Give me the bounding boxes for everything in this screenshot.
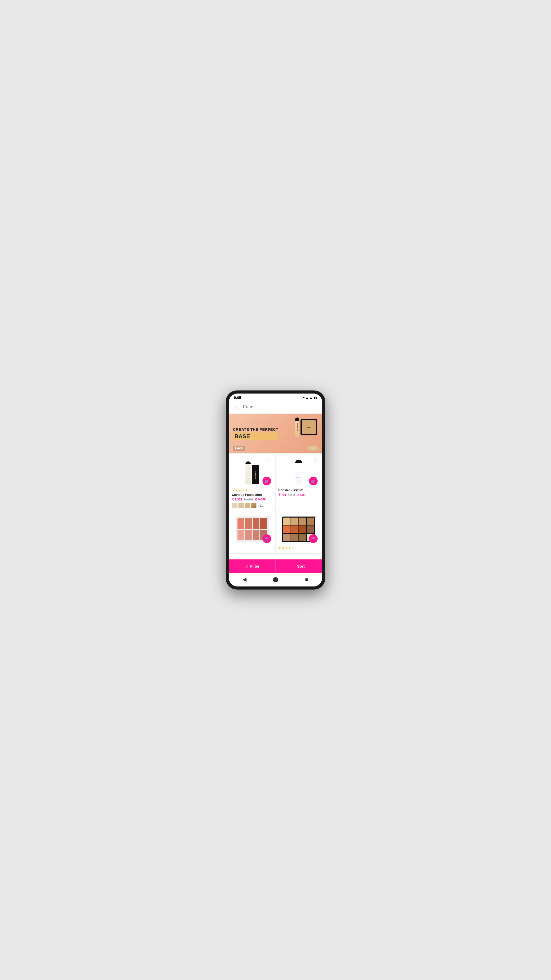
- discount-2: 12 %OFF: [296, 493, 307, 496]
- product-name-2: Booster - BST001: [278, 488, 319, 492]
- price-current-2: ₹ 791: [278, 493, 286, 496]
- price-current-1: ₹ 1,529: [232, 498, 242, 501]
- product-image-area-4: ♡: [278, 514, 319, 545]
- add-to-cart-button-2[interactable]: 🛒: [309, 477, 318, 485]
- product-grid: ♡ FOUNDATION 🛒 ★: [229, 453, 322, 554]
- star-4: ★: [242, 488, 245, 492]
- price-original-1: ₹ 1,699: [244, 498, 253, 501]
- product-card-contour[interactable]: ♡: [276, 511, 322, 553]
- nav-recent-icon: ■: [305, 576, 308, 582]
- page-title: Face: [243, 404, 253, 410]
- battery-icon: ▮▮: [313, 396, 317, 399]
- price-row-2: ₹ 791 ₹ 899 12 %OFF: [278, 493, 319, 496]
- cart-icon-4: 🛒: [311, 536, 316, 541]
- cart-icon-1: 🛒: [265, 479, 269, 484]
- foundation-bottle-1: [245, 461, 251, 484]
- star-4b: ★: [282, 546, 284, 550]
- product-image-area-3: ♡ 🛒: [232, 514, 273, 545]
- swatch-1a: [232, 503, 238, 508]
- star-5: ★: [245, 488, 248, 492]
- wishlist-button-4[interactable]: ♡: [312, 514, 319, 521]
- rating-row-1: ★ ★ ★ ★ ★: [232, 488, 273, 492]
- cart-icon-3: 🛒: [265, 536, 269, 541]
- status-bar: 9:05 ▼▲ ▲ ▮▮: [229, 393, 322, 401]
- sort-icon: ↕: [293, 564, 295, 568]
- contour-color-11: [299, 534, 306, 541]
- product-image-area-1: ♡ FOUNDATION 🛒: [232, 456, 273, 487]
- booster-image: gster: [295, 460, 302, 484]
- phone-frame: 9:05 ▼▲ ▲ ▮▮ ← Face CREATE THE PERFECT B…: [226, 390, 325, 590]
- scroll-content[interactable]: CREATE THE PERFECT BASE Face PRO: [229, 414, 322, 559]
- swatch-1d: [251, 503, 257, 508]
- rating-row-4: ★ ★ ★ ★ ★: [278, 546, 319, 550]
- nav-recent-button[interactable]: ■: [302, 575, 311, 584]
- blush-color-7: [253, 530, 260, 541]
- price-original-2: ₹ 899: [287, 493, 295, 496]
- heart-icon-1: ♡: [267, 458, 271, 463]
- star-1: ★: [232, 488, 235, 492]
- nav-home-icon: ⬤: [273, 576, 278, 582]
- bottom-action-bar: ⊟ Filter ↕ Sort: [229, 559, 322, 573]
- banner-product-images: PRO: [266, 414, 322, 453]
- blush-color-5: [238, 530, 245, 541]
- filter-icon: ⊟: [245, 564, 248, 568]
- product-card-blush[interactable]: ♡ 🛒: [229, 511, 275, 553]
- add-to-cart-button-1[interactable]: 🛒: [262, 477, 271, 485]
- add-to-cart-button-3[interactable]: 🛒: [262, 535, 271, 543]
- back-button[interactable]: ←: [233, 403, 241, 411]
- wishlist-button-3[interactable]: ♡: [265, 514, 272, 521]
- swatch-1c: [245, 503, 250, 508]
- star-4c: ★: [285, 546, 288, 550]
- discount-1: 10 %OFF: [254, 498, 265, 501]
- add-to-cart-button-4[interactable]: 🛒: [309, 535, 318, 543]
- heart-icon-4: ♡: [313, 515, 317, 520]
- product-card-booster[interactable]: ♡ gster 🛒 Booster - BST001 ₹ 7: [276, 454, 322, 511]
- nav-back-icon: ◀: [243, 576, 246, 582]
- blush-color-3: [253, 518, 260, 529]
- blush-color-2: [245, 518, 252, 529]
- price-row-1: ₹ 1,529 ₹ 1,699 10 %OFF: [232, 498, 273, 501]
- wishlist-button-2[interactable]: ♡: [312, 457, 319, 463]
- nav-back-button[interactable]: ◀: [240, 575, 249, 584]
- sort-label: Sort: [297, 564, 305, 568]
- nav-home-button[interactable]: ⬤: [271, 575, 280, 584]
- contour-color-8: [307, 525, 314, 533]
- filter-button[interactable]: ⊟ Filter: [229, 559, 276, 573]
- header: ← Face: [229, 401, 322, 414]
- contour-color-7: [299, 525, 306, 533]
- back-arrow-icon: ←: [235, 404, 239, 410]
- concealer-decoration: [295, 417, 299, 437]
- product-name-1: Coverup Foundation: [232, 493, 273, 496]
- banner-category-label: Face: [233, 445, 245, 451]
- signal-bars-icon: ▲: [310, 396, 313, 399]
- sort-button[interactable]: ↕ Sort: [276, 559, 322, 573]
- product-card-foundation[interactable]: ♡ FOUNDATION 🛒 ★: [229, 454, 275, 511]
- color-swatches-1: + 11: [232, 503, 273, 508]
- compact-decoration: PRO: [300, 419, 317, 435]
- heart-icon-3: ♡: [267, 515, 271, 520]
- foundation-image: FOUNDATION: [245, 459, 259, 484]
- navigation-bar: ◀ ⬤ ■: [229, 573, 322, 587]
- star-4d: ★: [288, 546, 291, 550]
- contour-color-6: [291, 525, 299, 533]
- swatch-more-1: + 11: [257, 504, 263, 507]
- star-4e: ★: [292, 546, 294, 550]
- swatch-1b: [238, 503, 244, 508]
- star-4a: ★: [278, 546, 281, 550]
- status-time: 9:05: [234, 396, 241, 400]
- blush-color-1: [238, 518, 245, 529]
- contour-color-10: [291, 534, 299, 541]
- wishlist-button-1[interactable]: ♡: [265, 457, 272, 463]
- star-3: ★: [238, 488, 241, 492]
- star-2: ★: [235, 488, 238, 492]
- cart-icon-2: 🛒: [311, 479, 316, 484]
- category-banner: CREATE THE PERFECT BASE Face PRO: [229, 414, 322, 453]
- contour-color-2: [291, 517, 299, 525]
- blush-color-6: [245, 530, 252, 541]
- product-image-area-2: ♡ gster 🛒: [278, 456, 319, 487]
- foundation-bottle-2: FOUNDATION: [252, 465, 259, 484]
- contour-color-5: [283, 525, 291, 533]
- booster-bottle: gster: [295, 460, 302, 484]
- status-icons: ▼▲ ▲ ▮▮: [302, 396, 317, 399]
- contour-color-9: [283, 534, 291, 541]
